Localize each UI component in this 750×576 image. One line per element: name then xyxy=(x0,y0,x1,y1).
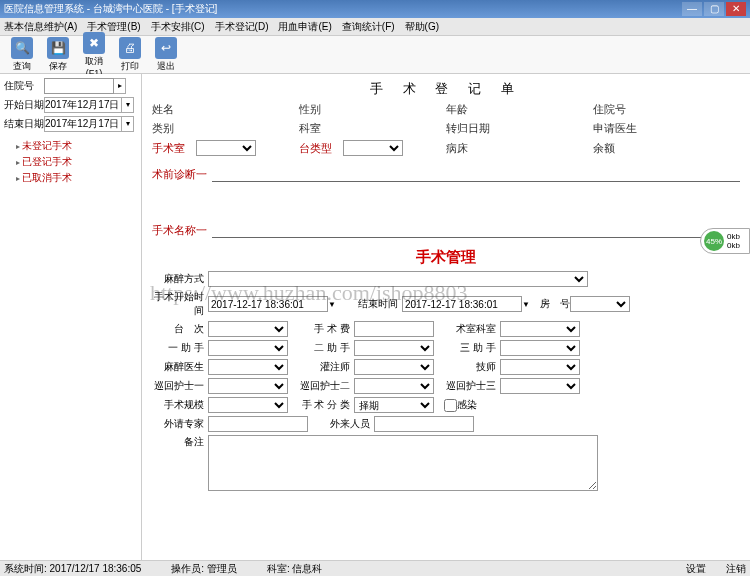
nurse2-label: 巡回护士二 xyxy=(298,379,354,393)
opname-input[interactable] xyxy=(212,222,740,238)
nurse1-select[interactable] xyxy=(208,378,288,394)
opdept-select[interactable] xyxy=(500,321,580,337)
badge-pct: 45% xyxy=(704,231,724,251)
save-button[interactable]: 💾保存 xyxy=(42,37,74,73)
cancel-icon: ✖ xyxy=(83,32,105,54)
anesdoc-select[interactable] xyxy=(208,359,288,375)
asst3-select[interactable] xyxy=(500,340,580,356)
roomno-label: 房 号 xyxy=(540,297,570,311)
scale-select[interactable] xyxy=(208,397,288,413)
class-select[interactable]: 择期 xyxy=(354,397,434,413)
order-select[interactable] xyxy=(208,321,288,337)
nurse1-label: 巡回护士一 xyxy=(152,379,208,393)
go-button[interactable]: ▸ xyxy=(114,78,126,94)
start-date-input[interactable] xyxy=(44,97,122,113)
asst2-select[interactable] xyxy=(354,340,434,356)
infect-label: 感染 xyxy=(457,398,477,412)
tree-node-unregistered[interactable]: 未登记手术 xyxy=(4,138,137,154)
net-badge[interactable]: 45% 0kb0kb xyxy=(700,228,750,254)
bed-label: 病床 xyxy=(446,141,490,156)
tree: 未登记手术 已登记手术 已取消手术 xyxy=(4,138,137,186)
expert-input[interactable] xyxy=(208,416,308,432)
room-select[interactable] xyxy=(196,140,256,156)
menu-item[interactable]: 手术安排(C) xyxy=(151,20,205,34)
cancel-button[interactable]: ✖取消(F1) xyxy=(78,32,110,78)
anesdoc-label: 麻醉医生 xyxy=(152,360,208,374)
min-button[interactable]: — xyxy=(682,2,702,16)
name-label: 姓名 xyxy=(152,102,196,117)
indate-label: 转归日期 xyxy=(446,121,490,136)
extern-input[interactable] xyxy=(374,416,474,432)
roomno-select[interactable] xyxy=(570,296,630,312)
menu-item[interactable]: 查询统计(F) xyxy=(342,20,395,34)
endtime-input[interactable] xyxy=(402,296,522,312)
room-label: 手术室 xyxy=(152,141,196,156)
menubar: 基本信息维护(A) 手术管理(B) 手术安排(C) 手术登记(D) 用血申请(E… xyxy=(0,18,750,36)
hosp-no-input[interactable] xyxy=(44,78,114,94)
asst3-label: 三 助 手 xyxy=(444,341,500,355)
tech-select[interactable] xyxy=(500,359,580,375)
opdept-label: 术室科室 xyxy=(444,322,500,336)
form-title: 手 术 登 记 单 xyxy=(152,80,740,98)
form-panel: 手 术 登 记 单 姓名 性别 年龄 住院号 类别 科室 转归日期 申请医生 手… xyxy=(142,74,750,560)
menu-item[interactable]: 用血申请(E) xyxy=(278,20,331,34)
search-button[interactable]: 🔍查询 xyxy=(6,37,38,73)
max-button[interactable]: ▢ xyxy=(704,2,724,16)
left-panel: 住院号▸ 开始日期▾ 结束日期▾ 未登记手术 已登记手术 已取消手术 xyxy=(0,74,142,560)
asst1-select[interactable] xyxy=(208,340,288,356)
menu-item[interactable]: 帮助(G) xyxy=(405,20,439,34)
table-select[interactable] xyxy=(343,140,403,156)
nurse3-label: 巡回护士三 xyxy=(444,379,500,393)
logout-link[interactable]: 注销 xyxy=(726,562,746,576)
start-date-label: 开始日期 xyxy=(4,98,44,112)
asst2-label: 二 助 手 xyxy=(298,341,354,355)
end-date-label: 结束日期 xyxy=(4,117,44,131)
tree-node-registered[interactable]: 已登记手术 xyxy=(4,154,137,170)
nurse3-select[interactable] xyxy=(500,378,580,394)
print-icon: 🖨 xyxy=(119,37,141,59)
extern-label: 外来人员 xyxy=(318,417,374,431)
note-label: 备注 xyxy=(152,435,208,449)
fee-label: 手 术 费 xyxy=(298,322,354,336)
search-icon: 🔍 xyxy=(11,37,33,59)
nurse2-select[interactable] xyxy=(354,378,434,394)
save-icon: 💾 xyxy=(47,37,69,59)
infect-checkbox[interactable] xyxy=(444,399,457,412)
perf-label: 灌注师 xyxy=(298,360,354,374)
settings-link[interactable]: 设置 xyxy=(686,562,706,576)
exit-button[interactable]: ↩退出 xyxy=(150,37,182,73)
print-button[interactable]: 🖨打印 xyxy=(114,37,146,73)
asst1-label: 一 助 手 xyxy=(152,341,208,355)
date-spinner[interactable]: ▾ xyxy=(122,97,134,113)
statusbar: 系统时间: 2017/12/17 18:36:05 操作员: 管理员 科室: 信… xyxy=(0,560,750,576)
menu-item[interactable]: 基本信息维护(A) xyxy=(4,20,77,34)
starttime-input[interactable] xyxy=(208,296,328,312)
expert-label: 外请专家 xyxy=(152,417,208,431)
tech-label: 技师 xyxy=(444,360,500,374)
note-input[interactable] xyxy=(208,435,598,491)
perf-select[interactable] xyxy=(354,359,434,375)
preop-label: 术前诊断一 xyxy=(152,167,212,182)
preop-input[interactable] xyxy=(212,166,740,182)
date-spinner[interactable]: ▾ xyxy=(122,116,134,132)
status-dept: 信息科 xyxy=(292,563,322,574)
fee-input[interactable] xyxy=(354,321,434,337)
close-button[interactable]: ✕ xyxy=(726,2,746,16)
tree-node-cancelled[interactable]: 已取消手术 xyxy=(4,170,137,186)
charge-label: 余额 xyxy=(593,141,637,156)
anes-label: 麻醉方式 xyxy=(152,272,208,286)
status-operator: 管理员 xyxy=(207,563,237,574)
scale-label: 手术规模 xyxy=(152,398,208,412)
type-label: 类别 xyxy=(152,121,196,136)
sex-label: 性别 xyxy=(299,102,343,117)
age-label: 年龄 xyxy=(446,102,490,117)
hospno-label: 住院号 xyxy=(593,102,637,117)
end-date-input[interactable] xyxy=(44,116,122,132)
starttime-label: 手术开始时间 xyxy=(152,290,208,318)
toolbar: 🔍查询 💾保存 ✖取消(F1) 🖨打印 ↩退出 xyxy=(0,36,750,74)
exit-icon: ↩ xyxy=(155,37,177,59)
anes-select[interactable] xyxy=(208,271,588,287)
menu-item[interactable]: 手术登记(D) xyxy=(215,20,269,34)
order-label: 台 次 xyxy=(152,322,208,336)
applydoc-label: 申请医生 xyxy=(593,121,637,136)
